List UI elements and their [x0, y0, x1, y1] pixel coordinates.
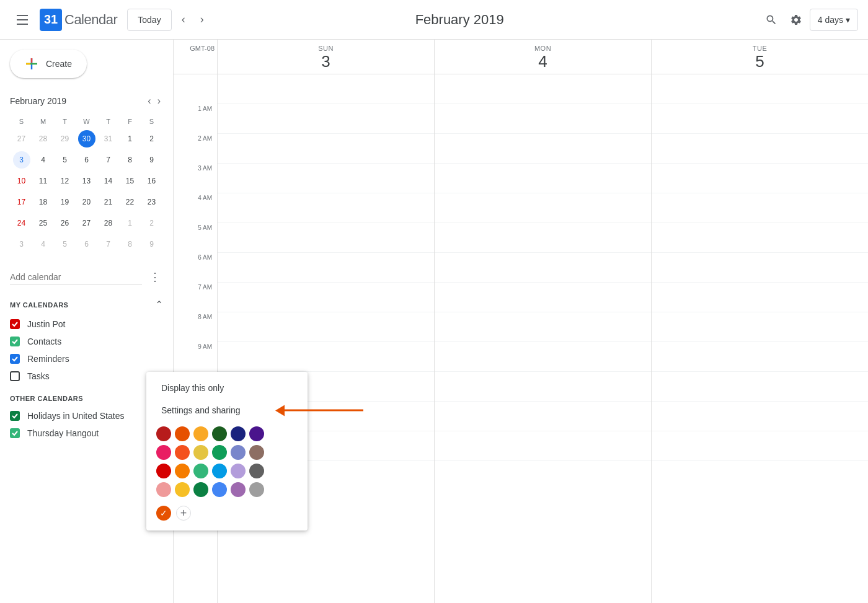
settings-sharing-item[interactable]: Settings and sharing [146, 399, 308, 421]
search-button[interactable] [760, 9, 782, 31]
grid-cell[interactable] [218, 342, 434, 372]
grid-cell[interactable] [652, 312, 868, 342]
mini-cal-day[interactable]: 27 [13, 130, 30, 147]
mini-cal-day[interactable]: 19 [56, 193, 74, 211]
grid-cell[interactable] [652, 193, 868, 223]
calendar-options-button[interactable]: ⋮ [147, 268, 163, 286]
mini-cal-day[interactable]: 6 [78, 235, 95, 253]
color-option[interactable] [249, 464, 264, 478]
calendar-checkbox[interactable] [10, 354, 20, 364]
mini-cal-day[interactable]: 4 [35, 151, 52, 169]
color-option[interactable] [249, 482, 264, 497]
other-calendars-header[interactable]: Other calendars [10, 395, 163, 402]
grid-cell[interactable] [652, 164, 868, 193]
mini-cal-day[interactable]: 30 [78, 130, 95, 147]
mini-cal-day[interactable]: 4 [35, 235, 52, 253]
grid-cell[interactable] [652, 372, 868, 402]
mini-cal-day[interactable]: 1 [122, 130, 139, 147]
grid-cell[interactable] [652, 134, 868, 164]
add-color-button[interactable]: + [176, 506, 191, 521]
color-option[interactable] [231, 482, 246, 497]
color-option[interactable] [193, 426, 208, 441]
mini-cal-day[interactable]: 16 [143, 172, 161, 190]
color-option[interactable] [212, 445, 227, 460]
mini-cal-day[interactable]: 8 [122, 235, 139, 253]
mini-cal-day[interactable]: 5 [56, 235, 74, 253]
color-option[interactable] [193, 445, 208, 460]
mini-cal-day[interactable]: 22 [122, 193, 139, 211]
selected-color-dot[interactable]: ✓ [156, 506, 171, 521]
color-option[interactable] [156, 445, 171, 460]
color-option[interactable] [212, 464, 227, 478]
color-option[interactable] [175, 445, 190, 460]
display-only-item[interactable]: Display this only [146, 377, 308, 399]
add-calendar-input[interactable] [10, 270, 142, 285]
color-option[interactable] [193, 464, 208, 478]
grid-cell[interactable] [435, 134, 651, 164]
mini-cal-day[interactable]: 9 [143, 151, 161, 169]
calendar-checkbox[interactable] [10, 428, 20, 438]
calendar-checkbox[interactable] [10, 337, 20, 346]
grid-cell[interactable] [435, 431, 651, 461]
mini-cal-day[interactable]: 1 [122, 214, 139, 232]
color-option[interactable] [212, 482, 227, 497]
grid-cell[interactable] [218, 164, 434, 193]
mini-cal-day[interactable]: 3 [13, 235, 30, 253]
mini-cal-day[interactable]: 21 [100, 193, 117, 211]
color-option[interactable] [249, 426, 264, 441]
grid-cell[interactable] [652, 283, 868, 312]
mini-cal-prev-button[interactable]: ‹ [145, 93, 153, 109]
mini-cal-day[interactable]: 8 [122, 151, 139, 169]
grid-cell[interactable] [652, 342, 868, 372]
grid-cell[interactable] [218, 283, 434, 312]
mini-cal-day[interactable]: 14 [100, 172, 117, 190]
my-calendar-item[interactable]: Reminders [10, 350, 163, 368]
my-calendars-header[interactable]: My calendars ⌃ [10, 299, 163, 310]
mini-cal-day[interactable]: 5 [56, 151, 74, 169]
mini-cal-day[interactable]: 29 [56, 130, 74, 147]
mini-cal-day[interactable]: 13 [78, 172, 95, 190]
settings-button[interactable] [785, 9, 807, 31]
color-option[interactable] [212, 426, 227, 441]
create-button[interactable]: Create [10, 50, 87, 78]
calendar-checkbox[interactable] [10, 371, 20, 381]
calendar-checkbox[interactable] [10, 411, 20, 421]
mini-cal-day[interactable]: 7 [100, 235, 117, 253]
mini-cal-day[interactable]: 18 [35, 193, 52, 211]
grid-cell[interactable] [652, 104, 868, 134]
grid-cell[interactable] [435, 193, 651, 223]
color-option[interactable] [156, 426, 171, 441]
grid-cell[interactable] [218, 223, 434, 253]
mini-cal-day[interactable]: 3 [13, 151, 30, 169]
mini-cal-day[interactable]: 7 [100, 151, 117, 169]
color-option[interactable] [193, 482, 208, 497]
grid-cell[interactable] [652, 402, 868, 431]
mini-cal-day[interactable]: 27 [78, 214, 95, 232]
mini-cal-day[interactable]: 12 [56, 172, 74, 190]
mini-cal-day[interactable]: 25 [35, 214, 52, 232]
grid-cell[interactable] [435, 253, 651, 283]
grid-cell[interactable] [435, 342, 651, 372]
hamburger-button[interactable] [10, 7, 35, 32]
mini-cal-day[interactable]: 10 [13, 172, 30, 190]
color-option[interactable] [175, 482, 190, 497]
grid-cell[interactable] [652, 223, 868, 253]
color-option[interactable] [175, 426, 190, 441]
mini-cal-day[interactable]: 6 [78, 151, 95, 169]
grid-cell[interactable] [435, 164, 651, 193]
color-option[interactable] [156, 464, 171, 478]
mini-cal-day[interactable]: 31 [100, 130, 117, 147]
mini-cal-day[interactable]: 15 [122, 172, 139, 190]
mini-cal-day[interactable]: 2 [143, 130, 161, 147]
mini-cal-next-button[interactable]: › [155, 93, 163, 109]
color-option[interactable] [175, 464, 190, 478]
color-option[interactable] [249, 445, 264, 460]
color-option[interactable] [231, 445, 246, 460]
mini-cal-day[interactable]: 20 [78, 193, 95, 211]
grid-cell[interactable] [218, 193, 434, 223]
mini-cal-day[interactable]: 28 [35, 130, 52, 147]
grid-cell[interactable] [652, 253, 868, 283]
other-calendar-item[interactable]: Thursday Hangout [10, 425, 163, 442]
grid-cell[interactable] [218, 104, 434, 134]
mini-cal-day[interactable]: 9 [143, 235, 161, 253]
